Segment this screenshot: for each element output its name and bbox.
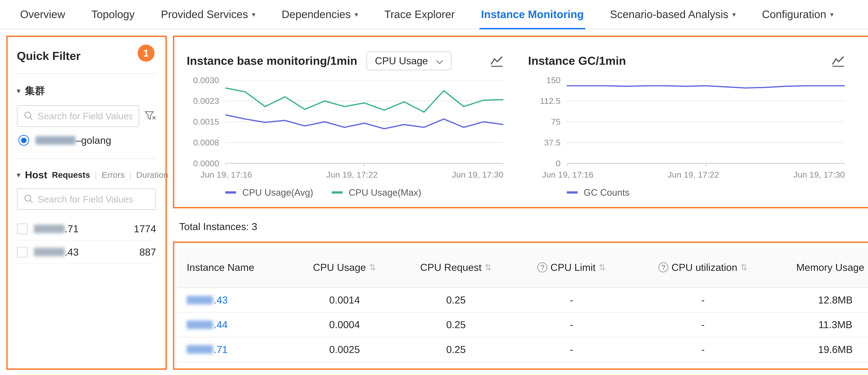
total-instances: Total Instances: 3 bbox=[179, 221, 868, 232]
chart-panel-instance-gc-1min: Instance GC/1min150112.57537.50Jun 19, 1… bbox=[517, 43, 859, 204]
col-header-memory-usage[interactable]: Memory Usage⇅ bbox=[776, 248, 868, 288]
filter-clear-icon[interactable] bbox=[145, 111, 156, 121]
table-header-row: Instance NameCPU Usage⇅CPU Request⇅?CPU … bbox=[178, 248, 868, 288]
nav-tab-provided-services[interactable]: Provided Services▾ bbox=[161, 0, 255, 29]
instance-name-link[interactable]: .71 bbox=[187, 344, 227, 355]
search-icon bbox=[24, 109, 33, 123]
x-axis-label: Jun 19, 17:30 bbox=[452, 170, 503, 180]
table-cell: 0.0025 bbox=[291, 337, 398, 362]
chart-panel-instance-base-monitoring-1min: Instance base monitoring/1minCPU Usage0.… bbox=[176, 43, 517, 204]
col-header-cpu-usage[interactable]: CPU Usage⇅ bbox=[291, 248, 398, 288]
sort-icon[interactable]: ⇅ bbox=[369, 261, 376, 274]
chart-title: Instance GC/1min bbox=[528, 54, 626, 67]
redacted-text bbox=[187, 345, 213, 354]
col-header-cpu-request[interactable]: CPU Request⇅ bbox=[398, 248, 514, 288]
legend-item[interactable]: GC Counts bbox=[567, 187, 630, 198]
separator: | bbox=[95, 170, 97, 180]
table-cell: - bbox=[629, 337, 776, 362]
help-icon[interactable]: ? bbox=[537, 262, 547, 272]
chart-legend: CPU Usage(Avg)CPU Usage(Max) bbox=[187, 187, 503, 198]
col-header-instance-name: Instance Name bbox=[178, 248, 291, 288]
x-axis: Jun 19, 17:16Jun 19, 17:22Jun 19, 17:30 bbox=[187, 170, 503, 180]
instances-table-panel: 3 Instance NameCPU Usage⇅CPU Request⇅?CP… bbox=[173, 242, 868, 370]
dropdown-caret-icon: ▾ bbox=[355, 10, 358, 19]
host-section-label: Host bbox=[25, 169, 47, 181]
redacted-text bbox=[34, 225, 65, 233]
sort-icon[interactable]: ⇅ bbox=[867, 261, 868, 274]
collapse-icon: ▾ bbox=[17, 87, 20, 95]
table-cell: 0.25 bbox=[398, 312, 514, 337]
cluster-option[interactable]: –golang bbox=[17, 134, 156, 146]
sort-icon[interactable]: ⇅ bbox=[599, 261, 606, 274]
instances-table-wrap: Instance NameCPU Usage⇅CPU Request⇅?CPU … bbox=[178, 248, 868, 362]
col-header-cpu-utilization[interactable]: ?CPU utilization⇅ bbox=[629, 248, 776, 288]
checkbox-icon[interactable] bbox=[17, 223, 28, 234]
separator: | bbox=[129, 170, 132, 180]
host-list-item[interactable]: .711774 bbox=[17, 218, 156, 241]
x-axis-label: Jun 19, 17:22 bbox=[668, 170, 719, 180]
plot-area bbox=[225, 80, 503, 167]
table-cell: - bbox=[514, 288, 629, 312]
chevron-down-icon bbox=[436, 55, 443, 66]
x-axis-label: Jun 19, 17:22 bbox=[326, 170, 378, 180]
dropdown-caret-icon: ▾ bbox=[252, 10, 255, 19]
host-tab-requests[interactable]: Requests bbox=[52, 170, 90, 180]
x-axis-label: Jun 19, 17:16 bbox=[201, 170, 252, 180]
help-icon[interactable]: ? bbox=[658, 262, 669, 272]
host-search-box bbox=[17, 188, 156, 210]
instance-name-link[interactable]: .43 bbox=[187, 294, 227, 306]
host-section-header[interactable]: ▾ Host Requests|Errors|Duration bbox=[17, 158, 156, 181]
cluster-search-box bbox=[17, 105, 139, 127]
series-line-cpu-usage-max bbox=[225, 88, 503, 112]
cluster-section-label: 集群 bbox=[25, 84, 45, 98]
redacted-text bbox=[35, 136, 75, 145]
table-cell: - bbox=[629, 312, 776, 337]
sort-icon[interactable]: ⇅ bbox=[485, 261, 492, 274]
table-cell: - bbox=[629, 288, 776, 312]
table-cell: 19.6MB bbox=[776, 337, 868, 362]
host-ip-label: .43 bbox=[34, 246, 79, 258]
nav-tab-topology[interactable]: Topology bbox=[91, 0, 134, 29]
metric-select[interactable]: CPU Usage bbox=[367, 52, 452, 70]
sort-icon[interactable]: ⇅ bbox=[740, 261, 747, 274]
checkbox-icon[interactable] bbox=[17, 247, 28, 257]
y-axis-label: 112.5 bbox=[540, 96, 561, 106]
radio-selected-icon[interactable] bbox=[19, 135, 29, 146]
nav-tab-scenario-based-analysis[interactable]: Scenario-based Analysis▾ bbox=[610, 0, 736, 29]
nav-tab-instance-monitoring[interactable]: Instance Monitoring bbox=[481, 0, 584, 29]
nav-tab-dependencies[interactable]: Dependencies▾ bbox=[282, 0, 358, 29]
nav-tab-trace-explorer[interactable]: Trace Explorer bbox=[384, 0, 455, 29]
collapse-icon: ▾ bbox=[17, 171, 20, 179]
host-list: .711774.43887 bbox=[17, 218, 156, 264]
table-cell: - bbox=[514, 312, 629, 337]
host-tab-duration[interactable]: Duration bbox=[136, 170, 168, 180]
cluster-section-header[interactable]: ▾ 集群 bbox=[17, 84, 156, 98]
instance-name-link[interactable]: .44 bbox=[187, 319, 227, 330]
host-ip-label: .71 bbox=[34, 223, 79, 235]
cluster-search-input[interactable] bbox=[38, 111, 132, 121]
main-column: 2 Instance base monitoring/1minCPU Usage… bbox=[173, 36, 868, 370]
search-icon bbox=[24, 192, 33, 206]
col-header-cpu-limit[interactable]: ?CPU Limit⇅ bbox=[514, 248, 629, 288]
host-list-item[interactable]: .43887 bbox=[17, 241, 156, 264]
expand-chart-icon[interactable] bbox=[490, 55, 503, 67]
legend-item[interactable]: CPU Usage(Max) bbox=[332, 187, 421, 198]
legend-item[interactable]: CPU Usage(Avg) bbox=[225, 187, 313, 198]
nav-tab-configuration[interactable]: Configuration▾ bbox=[762, 0, 834, 29]
nav-tab-overview[interactable]: Overview bbox=[20, 0, 65, 29]
legend-dash-icon bbox=[332, 191, 342, 194]
annotation-badge-1: 1 bbox=[138, 44, 155, 62]
plot-svg bbox=[567, 80, 845, 167]
plot-area bbox=[567, 80, 845, 167]
charts-panel: 2 Instance base monitoring/1minCPU Usage… bbox=[173, 36, 868, 209]
y-axis: 0.00300.00230.00150.00080.0000 bbox=[187, 80, 225, 167]
top-nav: OverviewTopologyProvided Services▾Depend… bbox=[0, 0, 868, 29]
y-axis-label: 150 bbox=[546, 75, 561, 85]
host-search-input[interactable] bbox=[38, 194, 149, 205]
host-tab-errors[interactable]: Errors bbox=[101, 170, 125, 180]
y-axis-label: 37.5 bbox=[544, 138, 561, 147]
dropdown-caret-icon: ▾ bbox=[732, 10, 736, 19]
cluster-option-label: –golang bbox=[35, 134, 111, 146]
expand-chart-icon[interactable] bbox=[832, 55, 845, 67]
y-axis-label: 0.0008 bbox=[193, 138, 219, 147]
